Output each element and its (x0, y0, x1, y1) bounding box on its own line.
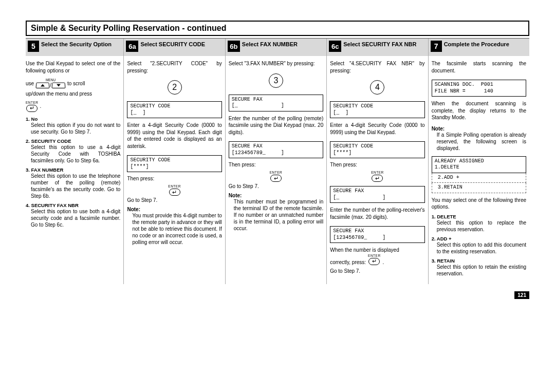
enter-key-icon-6a: ↵ (169, 189, 180, 196)
opt7-3-head: 3. RETAIN (432, 258, 526, 264)
keypad-4-icon: 4 (370, 80, 384, 95)
menu-label: MENU (46, 78, 55, 82)
arrow-down-key-icon (51, 83, 65, 88)
opt7-2-head: 2. ADD + (432, 236, 526, 241)
col-6b-header: 6b Select FAX NUMBER (226, 39, 326, 56)
goto-6c: Go to Step 7. (330, 268, 424, 274)
goto-6b: Go to Step 7. (229, 183, 323, 189)
col6c-intro: Select "4.SECURITY FAX NBR" by pressing: (330, 60, 424, 74)
opt4-head: 4. SECURITY FAX NBR (26, 202, 120, 208)
step-number-7: 7 (431, 41, 442, 52)
col-step-5: 5 Select the Security Option Use the Dia… (26, 39, 123, 284)
col6c-para1: Enter a 4-digit Security Code (0000 to 9… (330, 122, 424, 136)
opt-3-faxnum: 3. FAX NUMBER Select this option to use … (26, 167, 120, 199)
opt1-body: Select this option if you do not want to… (26, 122, 120, 135)
enter-label-6a: ENTER (168, 184, 181, 188)
then-press-6c: Then press: (330, 162, 424, 167)
step-number-6c: 6c (329, 41, 341, 52)
note-body-6b: This number must be programmed in the te… (229, 198, 323, 232)
opt7-1-body: Select this option to replace the previo… (432, 219, 526, 233)
enter-key-icon-6c-2: ↵ (368, 258, 380, 265)
enter-label: ENTER (26, 101, 39, 104)
opt3-head: 3. FAX NUMBER (26, 167, 120, 173)
lcd-6c-1: SECURITY CODE [_ ] (330, 101, 424, 118)
then-press-6b: Then press: (229, 162, 323, 167)
note-head-6b: Note: (229, 193, 323, 198)
col6c-para3a: When the number is displayed (330, 247, 424, 254)
step-7-title: Complete the Procedure (444, 41, 509, 48)
step-number-6b: 6b (228, 41, 240, 52)
lcd-6a-2: SECURITY CODE [****] (127, 155, 221, 172)
opt-4-secfax: 4. SECURITY FAX NBR Select this option t… (26, 202, 120, 228)
lcd-7-2c: 3.RETAIN (432, 183, 526, 193)
note-body-7: If a Simple Polling operation is already… (432, 132, 526, 152)
enter-key-icon-6c: ↵ (372, 175, 383, 182)
page-title-bar: Simple & Security Polling Reservation - … (26, 21, 529, 36)
step-5-title: Select the Security Option (41, 41, 112, 48)
note-head-7: Note: (432, 126, 526, 132)
opt7-1: 1. DELETE Select this option to replace … (432, 214, 526, 233)
enter-label-6c-2: ENTER (368, 254, 381, 257)
enter-label-6c: ENTER (371, 171, 384, 174)
page-title: Simple & Security Polling Reservation - … (31, 24, 524, 33)
opt2-head: 2. SECURITY CODE (26, 138, 120, 144)
opt-2-seccode: 2. SECURITY CODE Select this option to u… (26, 138, 120, 164)
opt4-body: Select this option to use both a 4-digit… (26, 208, 120, 228)
col6a-intro: Select "2.SECURITY CODE" by pressing: (127, 60, 221, 74)
col7-intro: The facsimile starts scanning the docume… (432, 60, 526, 74)
col5-after-scroll: up/down the menu and press (26, 90, 120, 98)
col6c-para2: Enter the number of the polling-receiver… (330, 207, 424, 220)
lcd-6b-2: SECURE FAX [123456789_ ] (229, 141, 323, 158)
arrow-up-key-icon (35, 83, 49, 88)
opt7-2-body: Select this option to add this document … (432, 241, 526, 255)
opt3-body: Select this option to use the telephone … (26, 173, 120, 199)
opt-1-no: 1. No Select this option if you do not w… (26, 116, 120, 135)
step-6a-title: Select SECURITY CODE (140, 41, 205, 48)
keypad-2-icon: 2 (168, 80, 182, 95)
col6b-intro: Select "3.FAX NUMBER" by pressing: (229, 60, 323, 67)
col-step-6c: 6c Select SECURITY FAX NBR Select "4.SEC… (326, 39, 428, 284)
col-7-header: 7 Complete the Procedure (429, 39, 529, 56)
opt7-3: 3. RETAIN Select this option to retain t… (432, 258, 526, 277)
enter-key-icon-6b: ↵ (270, 175, 282, 182)
step-number-5: 5 (28, 41, 39, 52)
page-number: 121 (514, 291, 529, 299)
to-scroll: to scroll (67, 81, 85, 86)
opt7-2: 2. ADD + Select this option to add this … (432, 236, 526, 255)
opt2-body: Select this option to use a 4-digit Secu… (26, 144, 120, 164)
lcd-6c-3: SECURE FAX [_ ] (330, 186, 424, 203)
opt7-3-body: Select this option to retain the existin… (432, 264, 526, 277)
col6c-para3b: correctly, press: (330, 259, 366, 265)
col-6a-header: 6a Select SECURITY CODE (124, 39, 225, 56)
lcd-7-2: ALREADY ASSIGNED 1.DELETE (432, 156, 526, 173)
lcd-7-1: SCANNING DOC. P001 FILE NBR = 140 (432, 80, 526, 97)
col-6c-header: 6c Select SECURITY FAX NBR (327, 39, 428, 56)
col6b-para1: Enter the number of the polling (remote)… (229, 115, 323, 136)
col7-para2: You may select one of the following thre… (432, 197, 526, 211)
goto-6a: Go to Step 7. (127, 197, 221, 203)
lcd-6a-1: SECURITY CODE [_ ] (127, 101, 221, 118)
lcd-6b-1: SECURE FAX [_ ] (229, 95, 323, 111)
col7-para1: When the document scanning is complete, … (432, 100, 526, 121)
content-columns: 5 Select the Security Option Use the Dia… (26, 38, 529, 284)
col5-intro: Use the Dial Keypad to select one of the… (26, 60, 120, 74)
col6a-para1: Enter a 4-digit Security Code (0000 to 9… (127, 122, 221, 150)
then-press-6a: Then press: (127, 176, 221, 181)
keypad-3-icon: 3 (269, 73, 283, 88)
enter-key-icon: ↵ (26, 105, 38, 112)
lcd-6c-2: SECURITY CODE [****] (330, 141, 424, 158)
step-number-6a: 6a (126, 41, 138, 52)
note-head-6a: Note: (127, 207, 221, 212)
opt1-head: 1. No (26, 116, 120, 122)
col-step-6b: 6b Select FAX NUMBER Select "3.FAX NUMBE… (225, 39, 326, 284)
opt7-1-head: 1. DELETE (432, 214, 526, 219)
note-body-6a: You must provide this 4-digit number to … (127, 212, 221, 246)
step-6b-title: Select FAX NUMBER (242, 41, 298, 48)
use-word: use (26, 81, 34, 86)
enter-label-6b: ENTER (270, 171, 283, 174)
col-step-6a: 6a Select SECURITY CODE Select "2.SECURI… (123, 39, 225, 284)
col-step-7: 7 Complete the Procedure The facsimile s… (428, 39, 529, 284)
lcd-7-2b: 2.ADD + (432, 173, 526, 183)
step-6c-title: Select SECURITY FAX NBR (343, 41, 416, 48)
col-5-header: 5 Select the Security Option (26, 39, 123, 56)
